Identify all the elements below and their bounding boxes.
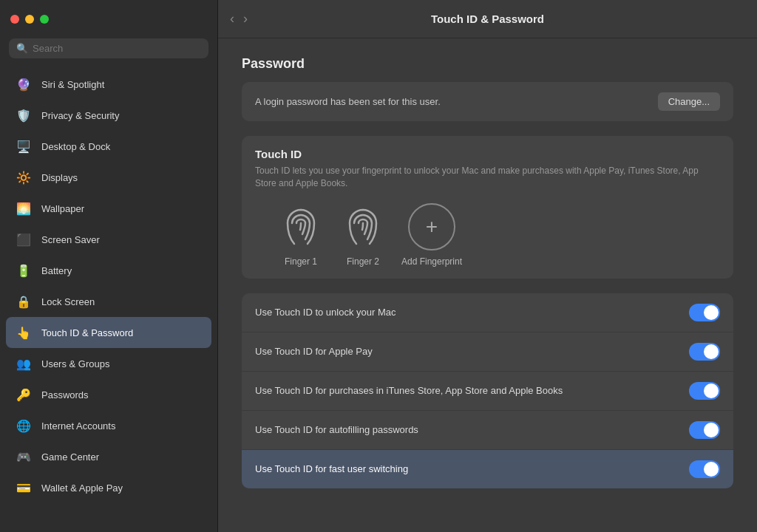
password-section-label: Password: [242, 56, 733, 72]
toggle-label-user-switching: Use Touch ID for fast user switching: [255, 463, 689, 476]
forward-button[interactable]: ›: [240, 10, 251, 28]
sidebar-label-wallet-apple-pay: Wallet & Apple Pay: [41, 482, 123, 494]
toggle-label-autofill: Use Touch ID for autofilling passwords: [255, 423, 689, 437]
sidebar-label-game-center: Game Center: [41, 451, 99, 463]
toggle-switch-unlock-mac[interactable]: [689, 304, 720, 321]
sidebar-item-wallet-apple-pay[interactable]: 💳 Wallet & Apple Pay: [6, 472, 211, 503]
toggle-switch-itunes-store[interactable]: [689, 382, 720, 400]
finger2-icon: [339, 203, 387, 250]
search-icon: 🔍: [16, 43, 28, 54]
sidebar-label-passwords: Passwords: [41, 389, 89, 400]
sidebar-item-screen-saver[interactable]: ⬛ Screen Saver: [6, 224, 211, 255]
fingerprints-container: Finger 1 Finger 2 +: [255, 203, 720, 267]
sidebar-icon-wallet-apple-pay: 💳: [13, 477, 34, 498]
toggle-label-apple-pay: Use Touch ID for Apple Pay: [255, 345, 689, 358]
add-fingerprint-item[interactable]: + Add Fingerprint: [401, 203, 462, 267]
sidebar-item-wallpaper[interactable]: 🌅 Wallpaper: [6, 193, 211, 224]
sidebar-item-passwords[interactable]: 🔑 Passwords: [6, 379, 211, 410]
sidebar-label-siri-spotlight: Siri & Spotlight: [41, 79, 104, 90]
touch-id-description: Touch ID lets you use your fingerprint t…: [255, 165, 720, 190]
sidebar-icon-siri-spotlight: 🔮: [13, 74, 34, 95]
finger2-label: Finger 2: [347, 256, 379, 267]
sidebar-list: 🔮 Siri & Spotlight 🛡️ Privacy & Security…: [0, 66, 217, 532]
sidebar-item-touch-id-password[interactable]: 👆 Touch ID & Password: [6, 317, 211, 348]
minimize-button[interactable]: [25, 15, 34, 24]
touch-id-section: Touch ID Touch ID lets you use your fing…: [242, 136, 733, 279]
sidebar-item-desktop-dock[interactable]: 🖥️ Desktop & Dock: [6, 131, 211, 162]
toggle-switch-autofill[interactable]: [689, 421, 720, 439]
sidebar-label-privacy-security: Privacy & Security: [41, 110, 119, 121]
sidebar-icon-passwords: 🔑: [13, 384, 34, 405]
sidebar-icon-wallpaper: 🌅: [13, 198, 34, 219]
sidebar-item-battery[interactable]: 🔋 Battery: [6, 255, 211, 286]
sidebar-label-users-groups: Users & Groups: [41, 358, 109, 369]
password-description: A login password has been set for this u…: [255, 96, 441, 107]
toggle-row-apple-pay: Use Touch ID for Apple Pay: [242, 332, 733, 372]
close-button[interactable]: [10, 15, 19, 24]
sidebar-icon-users-groups: 👥: [13, 353, 34, 374]
sidebar-item-siri-spotlight[interactable]: 🔮 Siri & Spotlight: [6, 69, 211, 100]
sidebar-item-displays[interactable]: 🔆 Displays: [6, 162, 211, 193]
finger2-item[interactable]: Finger 2: [339, 203, 387, 267]
sidebar-icon-displays: 🔆: [13, 167, 34, 188]
maximize-button[interactable]: [40, 15, 49, 24]
sidebar-label-internet-accounts: Internet Accounts: [41, 420, 115, 432]
sidebar-label-wallpaper: Wallpaper: [41, 203, 84, 214]
finger1-item[interactable]: Finger 1: [277, 203, 325, 267]
toggle-list: Use Touch ID to unlock your Mac Use Touc…: [242, 293, 733, 488]
sidebar-item-privacy-security[interactable]: 🛡️ Privacy & Security: [6, 100, 211, 131]
sidebar-icon-battery: 🔋: [13, 260, 34, 281]
finger1-icon: [277, 203, 325, 250]
header-nav: ‹ ›: [227, 10, 251, 28]
sidebar-icon-internet-accounts: 🌐: [13, 415, 34, 436]
sidebar: 🔍 🔮 Siri & Spotlight 🛡️ Privacy & Securi…: [0, 0, 218, 532]
toggle-label-itunes-store: Use Touch ID for purchases in iTunes Sto…: [255, 384, 689, 398]
sidebar-item-internet-accounts[interactable]: 🌐 Internet Accounts: [6, 410, 211, 441]
sidebar-icon-screen-saver: ⬛: [13, 229, 34, 250]
sidebar-label-desktop-dock: Desktop & Dock: [41, 141, 110, 152]
touch-id-title: Touch ID: [255, 148, 720, 160]
back-button[interactable]: ‹: [227, 10, 237, 28]
titlebar: [0, 0, 217, 38]
sidebar-icon-lock-screen: 🔒: [13, 291, 34, 312]
toggle-switch-user-switching[interactable]: [689, 460, 720, 478]
sidebar-item-game-center[interactable]: 🎮 Game Center: [6, 441, 211, 472]
sidebar-label-battery: Battery: [41, 265, 72, 276]
sidebar-icon-game-center: 🎮: [13, 446, 34, 467]
toggle-switch-apple-pay[interactable]: [689, 343, 720, 361]
password-row: A login password has been set for this u…: [242, 82, 733, 121]
add-fingerprint-label: Add Fingerprint: [401, 256, 462, 267]
toggle-label-unlock-mac: Use Touch ID to unlock your Mac: [255, 306, 689, 319]
add-fingerprint-icon: +: [408, 203, 455, 250]
search-bar[interactable]: 🔍: [9, 38, 208, 58]
sidebar-icon-desktop-dock: 🖥️: [13, 136, 34, 157]
header-title: Touch ID & Password: [431, 13, 544, 25]
sidebar-label-touch-id-password: Touch ID & Password: [41, 327, 133, 338]
content-area: Password A login password has been set f…: [218, 38, 757, 532]
toggle-row-unlock-mac: Use Touch ID to unlock your Mac: [242, 293, 733, 332]
sidebar-icon-privacy-security: 🛡️: [13, 105, 34, 126]
toggle-row-itunes-store: Use Touch ID for purchases in iTunes Sto…: [242, 372, 733, 411]
sidebar-label-lock-screen: Lock Screen: [41, 296, 95, 307]
sidebar-label-screen-saver: Screen Saver: [41, 234, 100, 245]
change-password-button[interactable]: Change...: [658, 92, 720, 111]
toggle-row-user-switching: Use Touch ID for fast user switching: [242, 450, 733, 488]
sidebar-item-users-groups[interactable]: 👥 Users & Groups: [6, 348, 211, 379]
sidebar-item-lock-screen[interactable]: 🔒 Lock Screen: [6, 286, 211, 317]
toggle-row-autofill: Use Touch ID for autofilling passwords: [242, 411, 733, 450]
sidebar-label-displays: Displays: [41, 172, 78, 183]
search-input[interactable]: [33, 43, 201, 54]
finger1-label: Finger 1: [285, 256, 317, 267]
main-content: ‹ › Touch ID & Password Password A login…: [218, 0, 757, 532]
sidebar-icon-touch-id-password: 👆: [13, 322, 34, 343]
header: ‹ › Touch ID & Password: [218, 0, 757, 38]
